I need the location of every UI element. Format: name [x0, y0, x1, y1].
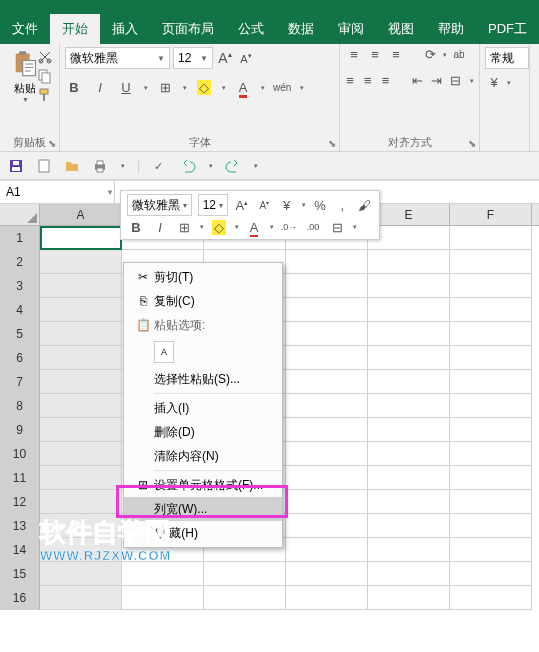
cell[interactable]: [40, 298, 122, 322]
tab-formulas[interactable]: 公式: [226, 14, 276, 44]
align-middle-icon[interactable]: ≡: [366, 47, 384, 62]
ctx-delete[interactable]: 删除(D): [124, 420, 282, 444]
tab-data[interactable]: 数据: [276, 14, 326, 44]
increase-font-icon[interactable]: A▴: [216, 50, 234, 66]
border-button[interactable]: ⊞: [156, 80, 174, 95]
qat-dropdown[interactable]: ▾: [121, 162, 125, 170]
cell[interactable]: [450, 562, 532, 586]
cell[interactable]: [368, 322, 450, 346]
select-all-corner[interactable]: [0, 204, 40, 225]
row-header[interactable]: 11: [0, 466, 40, 490]
cell[interactable]: [450, 274, 532, 298]
cell[interactable]: [40, 538, 122, 562]
format-painter-icon[interactable]: [37, 87, 53, 103]
row-header[interactable]: 7: [0, 370, 40, 394]
mini-increase-font[interactable]: A▴: [234, 198, 250, 213]
paste-dropdown-arrow[interactable]: ▼: [22, 96, 29, 103]
cell[interactable]: [40, 418, 122, 442]
bold-button[interactable]: B: [65, 80, 83, 95]
cell[interactable]: [368, 370, 450, 394]
cell[interactable]: [450, 466, 532, 490]
row-header[interactable]: 14: [0, 538, 40, 562]
merge-icon[interactable]: ⊟: [450, 73, 461, 88]
col-header-f[interactable]: F: [450, 204, 532, 225]
cell[interactable]: [450, 370, 532, 394]
cells[interactable]: [40, 226, 539, 610]
cell[interactable]: [286, 298, 368, 322]
cell[interactable]: [40, 466, 122, 490]
name-box[interactable]: A1▼: [0, 181, 115, 203]
cell[interactable]: [368, 538, 450, 562]
tab-help[interactable]: 帮助: [426, 14, 476, 44]
font-size-combo[interactable]: 12▼: [173, 47, 213, 69]
cell[interactable]: [450, 586, 532, 610]
mini-border[interactable]: ⊞: [175, 220, 193, 235]
ctx-clear[interactable]: 清除内容(N): [124, 444, 282, 468]
mini-decrease-font[interactable]: A▾: [256, 199, 272, 211]
font-name-combo[interactable]: 微软雅黑▼: [65, 47, 170, 69]
row-header[interactable]: 5: [0, 322, 40, 346]
cell[interactable]: [286, 586, 368, 610]
cell[interactable]: [286, 322, 368, 346]
tab-file[interactable]: 文件: [0, 14, 50, 44]
row-header[interactable]: 4: [0, 298, 40, 322]
row-header[interactable]: 12: [0, 490, 40, 514]
mini-italic[interactable]: I: [151, 220, 169, 235]
cell[interactable]: [368, 250, 450, 274]
cell[interactable]: [40, 370, 122, 394]
mini-bold[interactable]: B: [127, 220, 145, 235]
cell[interactable]: [286, 562, 368, 586]
cell[interactable]: [40, 586, 122, 610]
cell[interactable]: [122, 562, 204, 586]
ctx-cut[interactable]: ✂剪切(T): [124, 265, 282, 289]
cell[interactable]: [450, 346, 532, 370]
cell[interactable]: [40, 322, 122, 346]
open-icon[interactable]: [64, 158, 80, 174]
cell[interactable]: [286, 514, 368, 538]
phonetic-button[interactable]: wén: [273, 82, 291, 93]
cell[interactable]: [450, 418, 532, 442]
cell[interactable]: [286, 466, 368, 490]
tab-pagelayout[interactable]: 页面布局: [150, 14, 226, 44]
number-format-combo[interactable]: 常规: [485, 47, 529, 69]
mini-currency[interactable]: ¥: [278, 198, 294, 213]
align-top-icon[interactable]: ≡: [345, 47, 363, 62]
cell[interactable]: [286, 346, 368, 370]
clipboard-launcher[interactable]: ⬊: [48, 138, 56, 149]
mini-comma[interactable]: ,: [334, 198, 350, 213]
cell[interactable]: [122, 586, 204, 610]
cell[interactable]: [286, 538, 368, 562]
row-header[interactable]: 3: [0, 274, 40, 298]
row-header[interactable]: 9: [0, 418, 40, 442]
cell[interactable]: [368, 274, 450, 298]
tab-review[interactable]: 审阅: [326, 14, 376, 44]
cell[interactable]: [368, 346, 450, 370]
cell[interactable]: [450, 394, 532, 418]
mini-inc-decimal[interactable]: .0→: [280, 222, 298, 232]
orientation-icon[interactable]: ⟳: [421, 47, 439, 62]
italic-button[interactable]: I: [91, 80, 109, 95]
row-header[interactable]: 10: [0, 442, 40, 466]
ctx-format-cells[interactable]: ⊞设置单元格格式(F)...: [124, 473, 282, 497]
redo-icon[interactable]: [225, 158, 241, 174]
font-color-button[interactable]: A: [234, 80, 252, 95]
cell[interactable]: [286, 490, 368, 514]
cell[interactable]: [40, 274, 122, 298]
cell[interactable]: [368, 514, 450, 538]
cell[interactable]: [368, 394, 450, 418]
fill-color-button[interactable]: ◇: [195, 80, 213, 95]
increase-indent-icon[interactable]: ⇥: [431, 73, 442, 88]
cell[interactable]: [40, 442, 122, 466]
cell[interactable]: [204, 562, 286, 586]
cell[interactable]: [40, 490, 122, 514]
tab-pdf[interactable]: PDF工: [476, 14, 539, 44]
cell[interactable]: [368, 466, 450, 490]
row-header[interactable]: 6: [0, 346, 40, 370]
cell[interactable]: [450, 442, 532, 466]
mini-font-combo[interactable]: 微软雅黑▾: [127, 194, 192, 216]
cell[interactable]: [368, 562, 450, 586]
cell[interactable]: [450, 490, 532, 514]
copy-icon[interactable]: [37, 68, 53, 84]
cell[interactable]: [40, 226, 122, 250]
cell[interactable]: [450, 514, 532, 538]
